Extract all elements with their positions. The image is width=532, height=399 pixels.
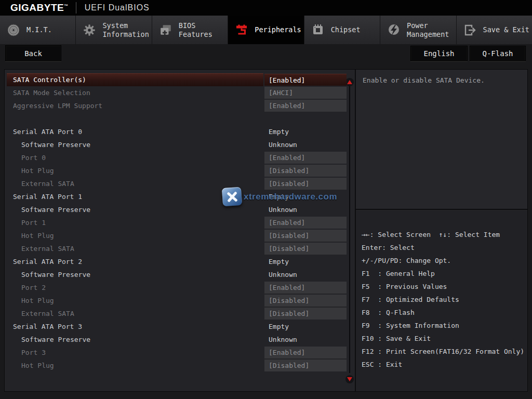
legend-line: →←: Select Screen ↑↓: Select Item (356, 228, 527, 241)
legend-line: F7 : Optimized Defaults (356, 293, 527, 306)
up-triangle-icon (347, 80, 352, 84)
setting-value[interactable]: [Disabled] (264, 360, 347, 371)
settings-row[interactable]: Port 0 [Enabled] (5, 151, 351, 164)
setting-value[interactable]: [Disabled] (264, 308, 347, 320)
back-button[interactable]: Back (5, 45, 61, 61)
setting-label: External SATA (21, 242, 74, 255)
setting-label: Serial ATA Port 0 (13, 125, 82, 138)
setting-label: Serial ATA Port 3 (13, 320, 82, 333)
gigabyte-logo: GIGABYTE™ (10, 2, 69, 14)
setting-value: Unknown (269, 138, 297, 151)
setting-label: Software Preserve (21, 333, 90, 346)
tab-peripherals[interactable]: Peripherals (228, 16, 304, 44)
legend-line: Enter: Select (356, 241, 527, 254)
settings-row[interactable]: Software Preserve Unknown (5, 333, 351, 346)
title-bar: GIGABYTE™ UEFI DualBIOS (0, 0, 532, 16)
settings-row[interactable]: Port 3 [Enabled] (5, 346, 351, 359)
settings-row[interactable]: Serial ATA Port 2 Empty (5, 255, 351, 268)
disc-icon (5, 22, 22, 38)
setting-value[interactable]: [Disabled] (264, 178, 347, 190)
settings-row[interactable]: Software Preserve Unknown (5, 138, 351, 151)
settings-rows: SATA Controller(s) [Enabled] SATA Mode S… (5, 73, 351, 372)
setting-value: Unknown (269, 333, 297, 346)
setting-value[interactable]: [Disabled] (264, 243, 347, 255)
qflash-button[interactable]: Q-Flash (470, 46, 526, 61)
settings-row[interactable]: Port 1 [Enabled] (5, 216, 351, 229)
chip-icon (310, 22, 326, 38)
setting-value: Empty (269, 320, 289, 333)
tab-label: System (102, 21, 149, 30)
legend-line: F1 : General Help (356, 267, 527, 280)
setting-label: Software Preserve (21, 138, 90, 151)
settings-row[interactable]: Aggressive LPM Support [Enabled] (5, 99, 351, 112)
settings-row[interactable]: Serial ATA Port 3 Empty (5, 320, 351, 333)
window-plus-icon (157, 22, 174, 38)
setting-value[interactable]: [Disabled] (264, 165, 347, 177)
setting-value: Empty (269, 125, 289, 138)
tab-chipset[interactable]: Chipset (304, 16, 380, 44)
setting-value[interactable]: [Enabled] (264, 74, 347, 86)
setting-value[interactable]: [Disabled] (264, 295, 347, 307)
setting-value: Empty (269, 190, 289, 203)
setting-label: Serial ATA Port 2 (13, 255, 82, 268)
setting-value: Unknown (269, 268, 297, 281)
settings-row[interactable]: Hot Plug [Disabled] (5, 164, 351, 177)
legend-line: F5 : Previous Values (356, 280, 527, 293)
setting-value[interactable]: [Disabled] (264, 230, 347, 242)
gear-icon (81, 22, 98, 38)
setting-label: Software Preserve (21, 268, 90, 281)
settings-row[interactable]: External SATA [Disabled] (5, 177, 351, 190)
legend-line: F12 : Print Screen(FAT16/32 Format Only) (356, 345, 527, 358)
settings-row[interactable]: Hot Plug [Disabled] (5, 359, 351, 372)
tab-mit[interactable]: M.I.T. (0, 16, 76, 44)
settings-row[interactable]: Serial ATA Port 0 Empty (5, 125, 351, 138)
plug-icon (233, 22, 250, 38)
key-legend-lines: →←: Select Screen ↑↓: Select ItemEnter: … (356, 228, 527, 371)
language-button[interactable]: English (410, 46, 468, 61)
main-panel: SATA Controller(s) [Enabled] SATA Mode S… (4, 69, 528, 392)
right-panel: Enable or disable SATA Device. →←: Selec… (356, 70, 527, 391)
setting-value[interactable]: [Enabled] (264, 282, 347, 294)
settings-row-spacer (5, 112, 351, 125)
tab-label: Peripherals (255, 25, 301, 34)
setting-label: Port 3 (21, 346, 46, 359)
settings-row[interactable]: Serial ATA Port 1 Empty (5, 190, 351, 203)
settings-row[interactable]: Software Preserve Unknown (5, 268, 351, 281)
setting-value[interactable]: [Enabled] (264, 152, 347, 164)
tab-label: Save & Exit (483, 25, 529, 34)
settings-row[interactable]: SATA Mode Selection [AHCI] (5, 86, 351, 99)
tab-label: M.I.T. (26, 25, 52, 34)
settings-row[interactable]: Port 2 [Enabled] (5, 281, 351, 294)
tab-label: BIOS (179, 21, 212, 30)
legend-line: F8 : Q-Flash (356, 306, 527, 319)
tab-bios-features[interactable]: BIOSFeatures (152, 16, 228, 44)
legend-line: F9 : System Information (356, 319, 527, 332)
setting-label: Software Preserve (21, 203, 90, 216)
setting-label: Hot Plug (21, 229, 54, 242)
setting-value[interactable]: [AHCI] (264, 87, 347, 99)
settings-row[interactable]: Hot Plug [Disabled] (5, 294, 351, 307)
scroll-down-arrow[interactable] (345, 375, 354, 383)
setting-value[interactable]: [Enabled] (264, 217, 347, 229)
key-legend-panel: →←: Select Screen ↑↓: Select ItemEnter: … (356, 211, 527, 391)
setting-value[interactable]: [Enabled] (264, 100, 347, 112)
setting-label: Port 2 (21, 281, 46, 294)
settings-row[interactable]: SATA Controller(s) [Enabled] (5, 73, 351, 86)
settings-row[interactable]: External SATA [Disabled] (5, 307, 351, 320)
scroll-up-arrow[interactable] (345, 78, 354, 86)
tab-label-line2: Management (407, 30, 449, 39)
tab-system-information[interactable]: SystemInformation (76, 16, 152, 44)
scrollbar-track[interactable] (349, 86, 350, 373)
settings-row[interactable]: Hot Plug [Disabled] (5, 229, 351, 242)
help-text: Enable or disable SATA Device. (363, 75, 518, 86)
settings-row[interactable]: Software Preserve Unknown (5, 203, 351, 216)
down-triangle-icon (347, 377, 352, 381)
setting-value[interactable]: [Enabled] (264, 347, 347, 358)
settings-row[interactable]: External SATA [Disabled] (5, 242, 351, 255)
tab-save-exit[interactable]: Save & Exit (457, 16, 532, 44)
exit-door-icon (462, 22, 478, 38)
legend-line: +/-/PU/PD: Change Opt. (356, 254, 527, 267)
bios-title: UEFI DualBIOS (85, 3, 150, 12)
setting-value: Empty (269, 255, 289, 268)
tab-power-management[interactable]: PowerManagement (380, 16, 456, 44)
